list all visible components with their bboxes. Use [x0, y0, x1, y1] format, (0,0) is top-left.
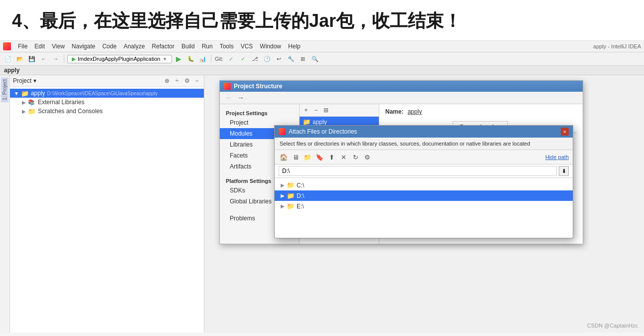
- project-panel-title: Project ▾: [13, 77, 163, 84]
- toolbar-new-btn[interactable]: 📄: [3, 54, 13, 64]
- menu-edit[interactable]: Edit: [31, 42, 48, 51]
- git-history-btn[interactable]: 🕐: [262, 54, 272, 64]
- tree-item-apply[interactable]: ▼ 📁 apply D:\WorkSpeace\IDEASpace\GitJav…: [10, 89, 204, 98]
- git-revert-btn[interactable]: ↩: [274, 54, 284, 64]
- attach-options-btn[interactable]: ⚙: [362, 152, 372, 162]
- ide-main: 1: Project Project ▾ ⊕ ÷ ⚙ − ▼ 📁 apply D…: [0, 75, 644, 333]
- csdn-watermark: CSDN @CaptainHzc: [587, 323, 638, 329]
- ide-sidebar-tab: 1: Project: [0, 75, 10, 333]
- attach-close-btn[interactable]: ×: [561, 128, 569, 136]
- add-module-btn[interactable]: +: [302, 106, 311, 115]
- git-check-btn[interactable]: ✓: [226, 54, 236, 64]
- settings-btn[interactable]: 🔧: [286, 54, 296, 64]
- expand-arrow-scratches: ▶: [22, 109, 26, 114]
- name-row: Name: apply: [385, 108, 577, 115]
- nav-forward-btn[interactable]: →: [236, 94, 246, 102]
- path-browse-btn[interactable]: ⬇: [559, 166, 569, 176]
- hide-path-btn[interactable]: Hide path: [545, 154, 569, 160]
- ext-lib-label: External Libraries: [38, 99, 84, 106]
- run-config-selector[interactable]: ▶ ImdexDrugApplyPluginApplication ▼: [67, 55, 172, 63]
- e-label: E:\: [297, 203, 304, 210]
- run-btn[interactable]: ▶: [174, 54, 184, 64]
- menu-code[interactable]: Code: [99, 42, 120, 51]
- ext-lib-icon: 📚: [28, 99, 36, 106]
- attach-files-dialog: Attach Files or Directories × Select fil…: [274, 125, 573, 238]
- attach-folder-btn[interactable]: 📁: [303, 152, 313, 162]
- page-heading: 4、最后，在这里选择自己需要上传的Jar包，收工结束！: [0, 0, 644, 41]
- debug-btn[interactable]: 🐛: [186, 54, 196, 64]
- menu-help[interactable]: Help: [285, 42, 304, 51]
- attach-refresh-btn[interactable]: ↻: [350, 152, 360, 162]
- attach-dialog-title: Attach Files or Directories: [289, 128, 558, 135]
- panel-gear-icon[interactable]: ⊕: [163, 77, 171, 85]
- attach-desktop-btn[interactable]: 🖥: [291, 152, 301, 162]
- name-value: apply: [408, 108, 422, 115]
- menu-tools[interactable]: Tools: [217, 42, 237, 51]
- intellij-logo-icon: [3, 42, 11, 50]
- search-btn[interactable]: 🔍: [310, 54, 320, 64]
- run-config-label: ImdexDrugApplyPluginApplication: [78, 56, 161, 62]
- c-folder-icon: 📁: [287, 181, 295, 189]
- run-with-coverage-btn[interactable]: 📊: [198, 54, 208, 64]
- path-input[interactable]: [279, 166, 557, 176]
- toolbar-sep-1: [64, 55, 64, 63]
- module-icon: 📁: [21, 90, 29, 97]
- panel-layout-icon[interactable]: ÷: [173, 77, 181, 85]
- menu-analyze[interactable]: Analyze: [121, 42, 148, 51]
- ide-editor-area: Project Structure ← → Project Settings P…: [204, 75, 644, 333]
- attach-delete-btn[interactable]: ✕: [338, 152, 348, 162]
- path-bar: ⬇: [275, 165, 573, 178]
- project-settings-section: Project Settings: [220, 108, 299, 117]
- expand-arrow-extlibs: ▶: [22, 100, 26, 105]
- git-push-btn[interactable]: ✓: [238, 54, 248, 64]
- menu-vcs[interactable]: VCS: [238, 42, 256, 51]
- file-tree-e[interactable]: ▶ 📁 E:\: [275, 201, 573, 211]
- apply-label: apply: [31, 90, 45, 97]
- attach-toolbar: 🏠 🖥 📁 🔖 ⬆ ✕ ↻ ⚙ Hide path: [275, 150, 573, 165]
- menu-navigate[interactable]: Navigate: [69, 42, 98, 51]
- nav-back-btn[interactable]: ←: [224, 94, 234, 102]
- menu-window[interactable]: Window: [257, 42, 284, 51]
- dialog-middle-toolbar: + − ⊞: [300, 104, 379, 117]
- c-label: C:\: [297, 182, 304, 189]
- apply-path: D:\WorkSpeace\IDEASpace\GitJavaSpeace\ap…: [47, 91, 158, 96]
- menu-view[interactable]: View: [49, 42, 68, 51]
- menu-refactor[interactable]: Refactor: [149, 42, 177, 51]
- toolbar-save-btn[interactable]: 💾: [27, 54, 37, 64]
- menu-build[interactable]: Build: [178, 42, 198, 51]
- attach-subtitle: Select files or directories in which lib…: [275, 138, 573, 150]
- menu-run[interactable]: Run: [199, 42, 216, 51]
- attach-home-btn[interactable]: 🏠: [279, 152, 289, 162]
- module-folder-icon: 📁: [303, 118, 311, 126]
- git-branch-btn[interactable]: ⎇: [250, 54, 260, 64]
- menu-file[interactable]: File: [15, 42, 30, 51]
- e-expand-arrow: ▶: [281, 203, 285, 209]
- file-tree-d[interactable]: ▶ 📁 D:\: [275, 190, 573, 201]
- toolbar-forward-btn[interactable]: →: [51, 54, 61, 64]
- project-structure-title: Project Structure: [234, 83, 282, 90]
- app-title: apply - IntelliJ IDEA: [593, 43, 641, 49]
- project-tab-label[interactable]: 1: Project: [1, 77, 8, 102]
- attach-bookmark-btn[interactable]: 🔖: [315, 152, 324, 162]
- file-tree-c[interactable]: ▶ 📁 C:\: [275, 180, 573, 190]
- panel-close-icon[interactable]: −: [193, 77, 201, 85]
- remove-module-btn[interactable]: −: [312, 106, 321, 115]
- toolbar-back-btn[interactable]: ←: [39, 54, 49, 64]
- tree-item-scratches[interactable]: ▶ 📁 Scratches and Consoles: [10, 107, 204, 116]
- attach-file-tree: ▶ 📁 C:\ ▶ 📁 D:\ ▶ 📁 E:\: [275, 178, 573, 238]
- dialog-nav: ← →: [220, 92, 583, 104]
- structure-btn[interactable]: ⊞: [298, 54, 308, 64]
- name-label: Name:: [385, 108, 404, 115]
- d-folder-icon: 📁: [287, 192, 295, 199]
- toolbar-open-btn[interactable]: 📂: [15, 54, 25, 64]
- attach-titlebar: Attach Files or Directories ×: [275, 126, 573, 138]
- copy-module-btn[interactable]: ⊞: [322, 106, 330, 115]
- module-apply-label: apply: [313, 119, 327, 126]
- attach-dialog-logo: [279, 128, 286, 135]
- attach-up-btn[interactable]: ⬆: [326, 152, 336, 162]
- project-tree: ▼ 📁 apply D:\WorkSpeace\IDEASpace\GitJav…: [10, 87, 204, 118]
- panel-settings-icon[interactable]: ⚙: [183, 77, 191, 85]
- ide-menubar: File Edit View Navigate Code Analyze Ref…: [0, 41, 644, 52]
- d-label: D:\: [297, 192, 304, 199]
- tree-item-external-libs[interactable]: ▶ 📚 External Libraries: [10, 98, 204, 107]
